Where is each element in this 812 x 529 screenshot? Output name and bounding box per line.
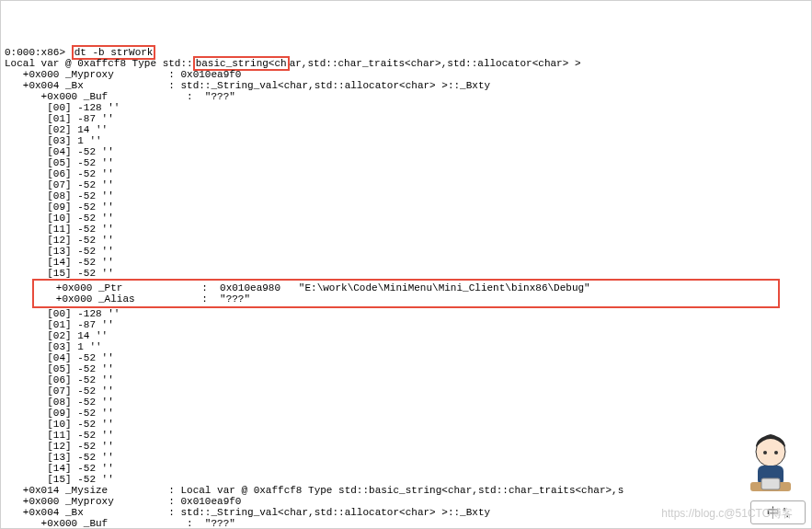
buf-entry: [11] -52 '': [5, 224, 114, 235]
svg-point-1: [763, 451, 767, 454]
buf2-value: "???": [199, 518, 235, 529]
ime-badge: 中 '.: [750, 500, 806, 524]
alias-entry: [11] -52 '': [5, 430, 114, 441]
bx-value: std::_String_val<char,std::allocator<cha…: [180, 80, 490, 91]
buf-entry: [07] -52 '': [5, 179, 114, 190]
alias-entry: [00] -128 '': [5, 308, 120, 319]
buf-entry: [01] -87 '': [5, 113, 114, 124]
svg-point-0: [756, 437, 785, 466]
alias-entry: [02] 14 '': [5, 330, 108, 341]
alias-entry: [05] -52 '': [5, 363, 114, 374]
cartoon-character-icon: [734, 429, 807, 502]
mysize-label: +0x014 _Mysize :: [5, 485, 180, 496]
alias-entry: [01] -87 '': [5, 319, 114, 330]
alias-entry: [12] -52 '': [5, 441, 114, 452]
alias-line: +0x000 _Alias : "???": [38, 293, 250, 305]
buf-entry: [09] -52 '': [5, 201, 114, 213]
ptr-line: +0x000 _Ptr : 0x010ea980 "E:\work\Code\M…: [38, 282, 590, 293]
type-line-prefix: Local var @ 0xaffcf8 Type std::: [5, 58, 193, 69]
buf-entry: [15] -52 '': [5, 268, 114, 279]
alias-entry: [09] -52 '': [5, 408, 114, 419]
myproxy-label: +0x000 _Myproxy :: [5, 69, 180, 80]
myproxy2-label: +0x000 _Myproxy :: [5, 496, 180, 507]
buf-value: "???": [199, 91, 235, 102]
alias-entry: [06] -52 '': [5, 374, 114, 385]
svg-point-2: [774, 451, 778, 454]
buf-entry: [10] -52 '': [5, 213, 114, 224]
alias-entry: [15] -52 '': [5, 474, 114, 485]
svg-rect-4: [750, 482, 791, 491]
svg-rect-5: [761, 478, 780, 489]
alias-entry: [07] -52 '': [5, 385, 114, 397]
buf-entry: [06] -52 '': [5, 168, 114, 179]
alias-entry: [13] -52 '': [5, 452, 114, 463]
alias-entry: [14] -52 '': [5, 463, 114, 474]
buf-entry: [13] -52 '': [5, 246, 114, 257]
buf-label: +0x000 _Buf :: [5, 91, 199, 102]
prompt: 0:000:x86>: [5, 47, 72, 58]
ptr-highlight-box: +0x000 _Ptr : 0x010ea980 "E:\work\Code\M…: [32, 279, 780, 308]
buf2-label: +0x000 _Buf :: [5, 518, 199, 529]
buf-entry: [03] 1 '': [5, 135, 102, 146]
buf-entry: [05] -52 '': [5, 157, 114, 168]
alias-entry: [03] 1 '': [5, 341, 102, 352]
alias-entry: [10] -52 '': [5, 419, 114, 430]
buf-entry: [14] -52 '': [5, 257, 114, 268]
bx2-label: +0x004 _Bx :: [5, 507, 180, 518]
buf-entry: [00] -128 '': [5, 102, 120, 113]
svg-rect-3: [758, 466, 783, 486]
bx2-value: std::_String_val<char,std::allocator<cha…: [180, 507, 490, 518]
buf-entry: [04] -52 '': [5, 146, 114, 157]
bx-label: +0x004 _Bx :: [5, 80, 180, 91]
mysize-value: Local var @ 0xaffcf8 Type std::basic_str…: [180, 485, 623, 496]
buf-entry: [12] -52 '': [5, 235, 114, 246]
myproxy-value: 0x010ea9f0: [180, 69, 241, 80]
myproxy2-value: 0x010ea9f0: [180, 496, 241, 507]
buf-entry: [08] -52 '': [5, 190, 114, 201]
type-line-suffix: ar,std::char_traits<char>,std::allocator…: [290, 58, 581, 69]
alias-entry: [04] -52 '': [5, 352, 114, 363]
buf-entry: [02] 14 '': [5, 124, 108, 135]
alias-entry: [08] -52 '': [5, 397, 114, 408]
